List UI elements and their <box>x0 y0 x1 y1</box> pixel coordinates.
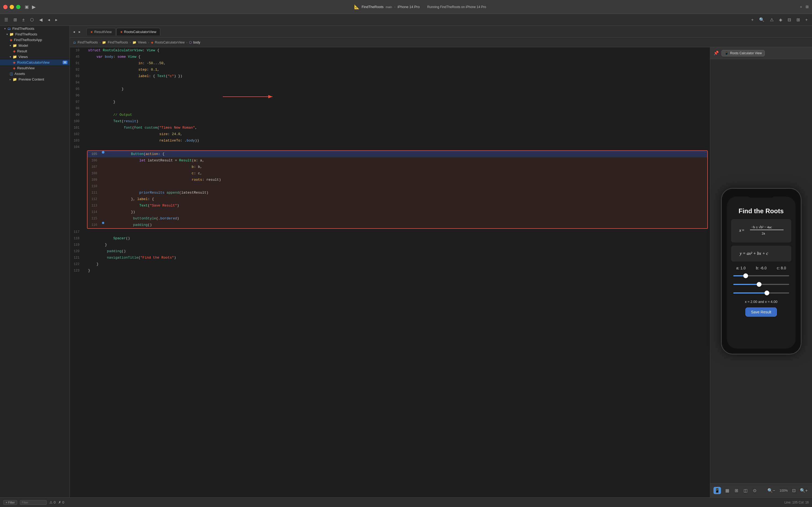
zoom-out-btn[interactable]: 🔍− <box>766 487 776 494</box>
tab-rcv-label: RootsCalculatorView <box>124 30 156 34</box>
accessibility-btn[interactable]: ⊙ <box>752 487 757 494</box>
breadcrumb-folder-icon: 📁 <box>102 41 106 44</box>
schema[interactable]: ◈ <box>777 16 784 23</box>
code-line-93: 93 label: { Text("c") }) <box>70 73 710 79</box>
breakpoints[interactable]: ⬡ <box>28 16 36 23</box>
sidebar-item-resultview[interactable]: ◈ ResultView <box>0 65 69 71</box>
breadcrumb-0[interactable]: FindTheRoots <box>77 41 98 44</box>
nav-fwd[interactable]: ▸ <box>54 16 59 23</box>
sidebar-preview-label: Preview Content <box>18 77 44 81</box>
nav-grid[interactable]: ⊞ <box>12 16 18 23</box>
code-line-117: 117 <box>70 229 710 235</box>
minimize-button[interactable] <box>10 5 14 9</box>
library[interactable]: + <box>804 16 809 23</box>
model-chevron-icon: ▾ <box>10 44 11 47</box>
code-line-121: 121 .navigationTitle("Find the Roots") <box>70 255 710 261</box>
zoom-in-btn[interactable]: 🔍+ <box>799 487 809 494</box>
inspector[interactable]: ⊞ <box>795 16 802 23</box>
phone-preview-btn[interactable]: 📱 <box>713 487 721 494</box>
error-count-btn[interactable]: ✗ 0 <box>58 500 64 504</box>
maximize-button[interactable] <box>16 5 20 9</box>
code-line-110: 110 <box>88 183 707 189</box>
tab-resultview[interactable]: ◈ ResultView <box>86 28 116 36</box>
filter-input[interactable] <box>20 500 47 505</box>
sidebar-item-findtheroots[interactable]: ▾ 📁 FindTheRoots <box>0 32 69 37</box>
sidebar-item-project[interactable]: ▾ 🗂 FindTheRoots <box>0 26 69 32</box>
sidebar-item-rootscalcview[interactable]: ◈ RootsCalculatorView M <box>0 60 69 65</box>
project-icon: 🗂 <box>7 26 11 31</box>
param-c: c: 8.0 <box>777 266 786 270</box>
sidebar-item-model[interactable]: ▾ 📁 Model <box>0 43 69 48</box>
code-line-101: 101 .font(Font.custom("Times New Roman", <box>70 125 710 131</box>
svg-text:x: x <box>739 228 741 233</box>
title-bar-center: 📐 FindTheRoots main › iPhone 14 Pro Runn… <box>41 4 799 9</box>
sidebar-rv-label: ResultView <box>17 66 35 70</box>
add-file[interactable]: + <box>749 16 755 23</box>
save-result-button[interactable]: Save Result <box>745 307 777 317</box>
warning-count-btn[interactable]: ⚠ 0 <box>49 500 56 504</box>
code-line-91: 91 in: -50...50, <box>70 60 710 67</box>
sidebar-item-preview-content[interactable]: ▸ 📁 Preview Content <box>0 76 69 82</box>
iphone-mockup: Find the Roots x = −b ± √b² − 4ac <box>721 188 802 354</box>
tabs-bar: ◂ ▸ ◈ ResultView ◈ RootsCalculatorView <box>70 26 812 38</box>
params-row: a: 1.0 b: -6.0 c: 8.0 <box>731 266 791 270</box>
close-button[interactable] <box>3 5 7 9</box>
zoom-100-btn[interactable]: 100% <box>778 488 789 494</box>
preview-title-button[interactable]: 📱 Roots Calculator View <box>721 50 765 56</box>
split-icon[interactable]: ⊞ <box>806 5 809 9</box>
play-icon[interactable]: ▶ <box>32 4 36 10</box>
split-editor[interactable]: ⊟ <box>786 16 793 23</box>
code-line-113: 113 Text("Save Result") <box>88 203 707 209</box>
sidebar-item-views[interactable]: ▾ 📁 Views <box>0 54 69 60</box>
code-line-111: 111 priorResults.append(latestResult) <box>88 189 707 196</box>
sep-0: › <box>99 41 101 44</box>
add-filter-btn[interactable]: + Filter <box>3 500 17 505</box>
breadcrumb-body-icon: ⬡ <box>189 41 192 44</box>
nav-back[interactable]: ◂ <box>46 16 52 23</box>
slider-a[interactable] <box>733 273 789 278</box>
chevron2-icon: ▾ <box>6 33 8 36</box>
code-line-112: 112 }, label: { <box>88 196 707 203</box>
code-line-102: 102 size: 24.0, <box>70 131 710 137</box>
tab-rootscalcview[interactable]: ◈ RootsCalculatorView <box>116 28 160 36</box>
preview-bottom-left: 📱 ▦ ⊞ ◫ ⊙ <box>713 487 757 494</box>
sidebar-item-app[interactable]: ◈ FindTheRootsApp <box>0 37 69 43</box>
code-editor[interactable]: 10 struct RootsCalculatorView: View { 45… <box>70 47 710 497</box>
code-line-100: 100 Text(result) <box>70 118 710 125</box>
breadcrumb-1[interactable]: FindTheRoots <box>108 41 128 44</box>
run-btn[interactable]: ◀ <box>38 16 44 23</box>
assets-icon: ◫ <box>10 72 13 76</box>
device-label: iPhone 14 Pro <box>397 5 419 9</box>
sidebar-item-assets[interactable]: ◫ Assets <box>0 71 69 76</box>
breadcrumb-file-icon: ◈ <box>151 41 153 44</box>
sidebar-toggle[interactable]: ☰ <box>3 16 10 23</box>
sidebar-result-label: Result <box>17 49 27 53</box>
breadcrumb-4[interactable]: body <box>193 41 200 44</box>
slider-c-thumb[interactable] <box>764 291 769 295</box>
preview-folder-icon: 📁 <box>13 77 17 81</box>
pin-icon[interactable]: 📌 <box>713 51 719 56</box>
nav-back-editor[interactable]: ◂ <box>72 29 76 35</box>
warnings[interactable]: ⚠ <box>768 16 775 23</box>
zoom-fit-btn[interactable]: ⊡ <box>791 487 797 494</box>
color-preview-btn[interactable]: ◫ <box>743 487 749 494</box>
sidebar-views-label: Views <box>18 55 27 59</box>
breadcrumb-2[interactable]: Views <box>138 41 147 44</box>
layout-preview-btn[interactable]: ⊞ <box>734 487 739 494</box>
slider-a-thumb[interactable] <box>743 273 748 278</box>
slider-b-thumb[interactable] <box>757 282 761 287</box>
code-line-97: 97 } <box>70 99 710 105</box>
plus-icon[interactable]: ＋ <box>799 5 803 9</box>
grid-preview-btn[interactable]: ▦ <box>724 487 731 494</box>
source-control[interactable]: ± <box>21 16 26 23</box>
breadcrumb-3[interactable]: RootsCalculatorView <box>155 41 185 44</box>
nav-fwd-editor[interactable]: ▸ <box>77 29 81 35</box>
code-line-123: 123 } <box>70 268 710 274</box>
search-btn[interactable]: 🔍 <box>757 16 766 23</box>
code-line-114: 114 }) <box>88 209 707 215</box>
sidebar-item-result[interactable]: ◈ Result <box>0 48 69 54</box>
square-icon[interactable]: ▣ <box>25 4 29 9</box>
sep-2: › <box>148 41 149 44</box>
slider-b[interactable] <box>733 282 789 287</box>
slider-c[interactable] <box>733 291 789 295</box>
